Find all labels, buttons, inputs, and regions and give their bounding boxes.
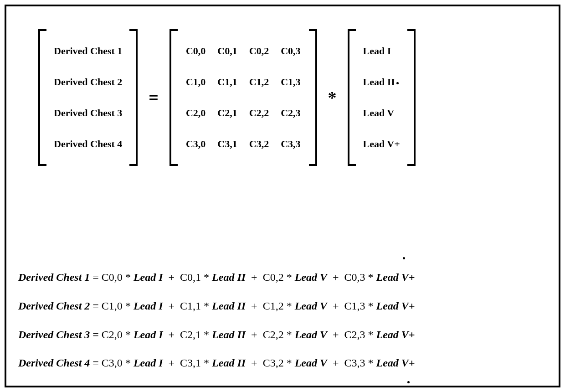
equals-symbol: = xyxy=(138,89,170,106)
equation-row: Derived Chest 3 = C2,0 * Lead I + C2,1 *… xyxy=(18,328,547,341)
eq-lead: Lead I xyxy=(134,329,163,340)
eq-lead: Lead I xyxy=(134,357,163,369)
eq-coeff: C0,0 xyxy=(102,271,123,283)
equals-symbol: = xyxy=(92,271,102,283)
lead-entry: Lead I xyxy=(363,46,400,56)
coeff-cell: C0,2 xyxy=(249,45,269,57)
eq-lead: Lead V xyxy=(295,357,327,369)
coeff-cell: C2,0 xyxy=(186,107,205,119)
eq-lead: Lead V+ xyxy=(376,271,415,283)
times-symbol: * xyxy=(125,271,134,283)
plus-symbol: + xyxy=(166,271,180,283)
matrix-equation: Derived Chest 1 Derived Chest 2 Derived … xyxy=(38,25,540,170)
coeff-cell: C3,0 xyxy=(186,138,205,150)
eq-lead: Lead II xyxy=(212,271,246,283)
plus-symbol: + xyxy=(248,300,263,312)
dot-icon xyxy=(407,381,410,383)
equals-symbol: = xyxy=(92,357,102,369)
eq-lhs: Derived Chest 1 xyxy=(18,271,90,283)
bracket-left-icon xyxy=(170,29,178,166)
eq-coeff: C0,1 xyxy=(180,271,201,283)
lead-vector-entries: Lead I Lead II Lead V Lead V+ xyxy=(356,29,407,166)
eq-lead: Lead I xyxy=(134,271,163,283)
eq-lead: Lead V+ xyxy=(376,329,415,340)
times-symbol: * xyxy=(287,300,295,312)
eq-lead: Lead II xyxy=(212,329,246,340)
eq-coeff: C3,3 xyxy=(344,357,365,369)
lead-entry: Lead V+ xyxy=(363,139,400,149)
expanded-equations: Derived Chest 1 = C0,0 * Lead I + C0,1 *… xyxy=(18,271,547,370)
plus-symbol: + xyxy=(166,300,180,312)
coeff-cell: C1,0 xyxy=(186,76,205,88)
coefficient-matrix-grid: C0,0 C0,1 C0,2 C0,3 C1,0 C1,1 C1,2 C1,3 … xyxy=(178,29,309,166)
plus-symbol: + xyxy=(330,329,344,340)
times-symbol: * xyxy=(125,357,134,369)
times-symbol: * xyxy=(204,329,212,340)
eq-coeff: C3,2 xyxy=(263,357,284,369)
bracket-left-icon xyxy=(348,29,356,166)
eq-coeff: C3,1 xyxy=(180,357,201,369)
figure-frame: Derived Chest 1 Derived Chest 2 Derived … xyxy=(5,5,560,387)
times-symbol: * xyxy=(368,329,376,340)
bracket-right-icon xyxy=(309,29,317,166)
times-symbol: * xyxy=(204,300,212,312)
bracket-right-icon xyxy=(407,29,416,166)
eq-lhs: Derived Chest 4 xyxy=(18,357,90,369)
times-symbol: * xyxy=(204,357,212,369)
plus-symbol: + xyxy=(248,357,263,369)
eq-coeff: C2,3 xyxy=(344,329,365,340)
coeff-cell: C2,3 xyxy=(281,107,300,119)
coeff-cell: C0,0 xyxy=(186,45,205,57)
equals-symbol: = xyxy=(92,300,102,312)
coeff-cell: C1,1 xyxy=(217,76,237,88)
eq-coeff: C1,1 xyxy=(180,300,201,312)
dot-icon xyxy=(396,82,399,84)
eq-lhs: Derived Chest 2 xyxy=(18,300,90,312)
bracket-right-icon xyxy=(129,29,138,166)
eq-lead: Lead V xyxy=(295,300,327,312)
times-symbol: * xyxy=(368,271,376,283)
coeff-cell: C1,3 xyxy=(281,76,300,88)
lead-entry: Lead II xyxy=(363,77,400,87)
times-symbol: * xyxy=(287,271,295,283)
eq-lead: Lead V+ xyxy=(376,300,415,312)
plus-symbol: + xyxy=(330,300,344,312)
times-symbol: * xyxy=(368,300,376,312)
eq-coeff: C2,2 xyxy=(263,329,284,340)
eq-lead: Lead V xyxy=(295,329,327,340)
coeff-cell: C1,2 xyxy=(249,76,269,88)
eq-lhs: Derived Chest 3 xyxy=(18,329,90,340)
result-entry: Derived Chest 1 xyxy=(54,46,122,56)
eq-lead: Lead V+ xyxy=(376,357,415,369)
lead-vector: Lead I Lead II Lead V Lead V+ xyxy=(348,29,416,166)
coeff-cell: C2,1 xyxy=(217,107,237,119)
eq-coeff: C1,2 xyxy=(263,300,284,312)
plus-symbol: + xyxy=(166,329,180,340)
coeff-cell: C0,3 xyxy=(281,45,300,57)
eq-coeff: C0,3 xyxy=(344,271,365,283)
times-symbol: * xyxy=(317,89,348,106)
eq-lead: Lead II xyxy=(212,357,246,369)
times-symbol: * xyxy=(125,329,134,340)
coeff-cell: C2,2 xyxy=(249,107,269,119)
times-symbol: * xyxy=(204,271,212,283)
eq-coeff: C2,1 xyxy=(180,329,201,340)
equation-row: Derived Chest 1 = C0,0 * Lead I + C0,1 *… xyxy=(18,271,547,284)
result-entry: Derived Chest 4 xyxy=(54,139,122,149)
eq-lead: Lead I xyxy=(134,300,163,312)
equals-symbol: = xyxy=(92,329,102,340)
eq-coeff: C2,0 xyxy=(102,329,123,340)
eq-lead: Lead II xyxy=(212,300,246,312)
plus-symbol: + xyxy=(248,329,263,340)
coefficient-matrix: C0,0 C0,1 C0,2 C0,3 C1,0 C1,1 C1,2 C1,3 … xyxy=(170,29,317,166)
eq-coeff: C1,3 xyxy=(344,300,365,312)
times-symbol: * xyxy=(287,357,295,369)
times-symbol: * xyxy=(287,329,295,340)
times-symbol: * xyxy=(368,357,376,369)
eq-lead: Lead V xyxy=(295,271,327,283)
lead-entry: Lead V xyxy=(363,108,400,118)
eq-coeff: C1,0 xyxy=(102,300,123,312)
coeff-cell: C3,1 xyxy=(217,138,237,150)
eq-coeff: C3,0 xyxy=(102,357,123,369)
result-vector: Derived Chest 1 Derived Chest 2 Derived … xyxy=(38,29,138,166)
